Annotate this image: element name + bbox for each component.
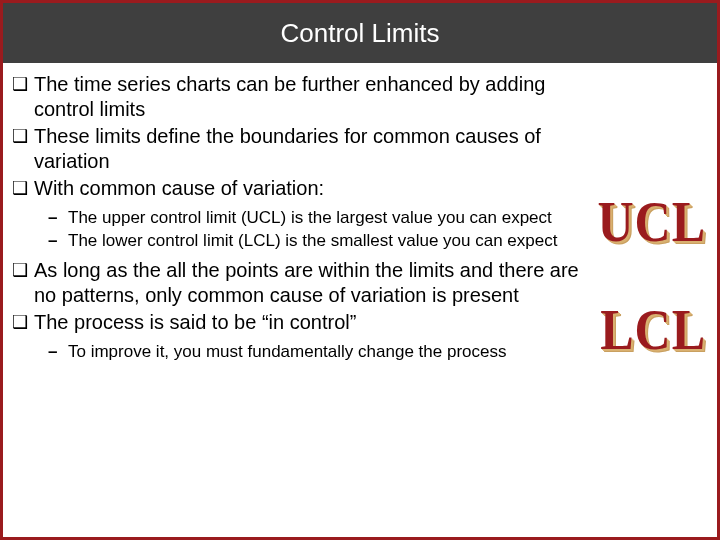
bullet-item: ❑ The process is said to be “in control” [12,310,592,335]
sub-bullet-item: – To improve it, you must fundamentally … [48,341,592,362]
dash-bullet-icon: – [48,207,68,228]
bullet-text: These limits define the boundaries for c… [34,124,592,174]
bullet-text: With common cause of variation: [34,176,592,201]
bullet-text: The time series charts can be further en… [34,72,592,122]
bullet-item: ❑ These limits define the boundaries for… [12,124,592,174]
slide-content: ❑ The time series charts can be further … [12,72,592,364]
sub-bullet-item: – The lower control limit (LCL) is the s… [48,230,592,251]
square-bullet-icon: ❑ [12,72,34,96]
square-bullet-icon: ❑ [12,258,34,282]
bullet-item: ❑ With common cause of variation: [12,176,592,201]
sub-bullet-text: The lower control limit (LCL) is the sma… [68,230,592,251]
bullet-item: ❑ As long as the all the points are with… [12,258,592,308]
square-bullet-icon: ❑ [12,176,34,200]
slide-title: Control Limits [281,18,440,49]
dash-bullet-icon: – [48,230,68,251]
dash-bullet-icon: – [48,341,68,362]
bullet-item: ❑ The time series charts can be further … [12,72,592,122]
wordart-ucl: UCL [597,188,706,255]
title-bar: Control Limits [3,3,717,63]
sub-bullet-item: – The upper control limit (UCL) is the l… [48,207,592,228]
square-bullet-icon: ❑ [12,310,34,334]
bullet-text: The process is said to be “in control” [34,310,592,335]
bullet-text: As long as the all the points are within… [34,258,592,308]
square-bullet-icon: ❑ [12,124,34,148]
sub-bullet-text: To improve it, you must fundamentally ch… [68,341,592,362]
sub-bullet-text: The upper control limit (UCL) is the lar… [68,207,592,228]
wordart-lcl: LCL [600,296,706,363]
